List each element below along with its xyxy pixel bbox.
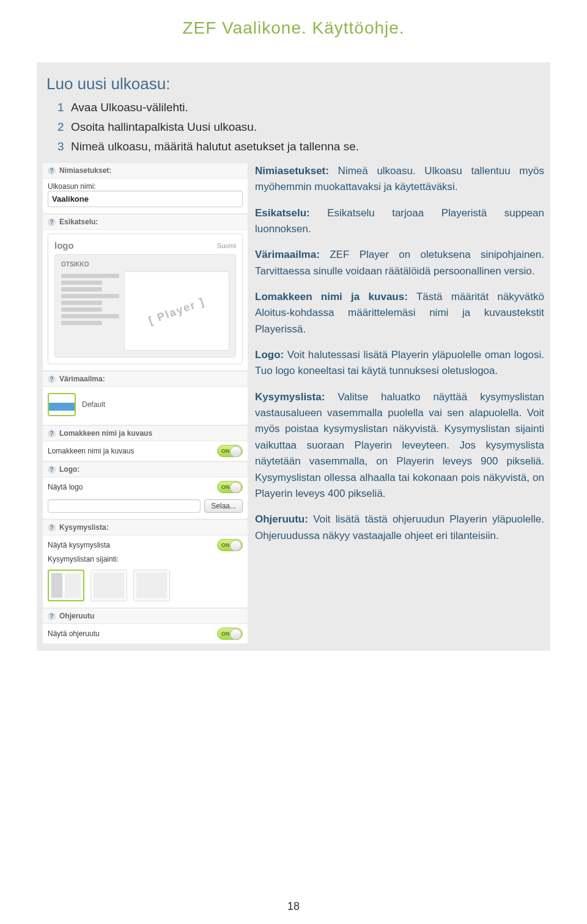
doc-title: ZEF Vaalikone. Käyttöohje.	[37, 18, 550, 38]
panel-kysymyslista: ?Kysymyslista: Näytä kysymyslista ON Kys…	[43, 520, 248, 607]
commentary-column: Nimiasetukset: Nimeä ulkoasu. Ulkoasu ta…	[255, 163, 544, 554]
toggle-logo[interactable]: ON	[217, 481, 243, 493]
step-number: 2	[57, 120, 71, 134]
panel-nimiasetukset: ?Nimiasetukset: Ulkoasun nimi:	[43, 163, 248, 213]
paragraph: Esikatselu: Esikatselu tarjoaa Playerist…	[255, 205, 544, 238]
section-heading: Luo uusi ulkoasu:	[46, 75, 544, 94]
paragraph: Värimaailma: ZEF Player on oletuksena si…	[255, 247, 544, 279]
player-stamp: [ Player ]	[147, 295, 206, 328]
field-label: Ulkoasun nimi:	[48, 182, 243, 191]
step-number: 3	[57, 140, 71, 153]
panel-title: Värimaailma:	[59, 375, 105, 383]
row-label: Näytä ohjeruutu	[48, 629, 100, 638]
preview-lang: Suomi	[217, 242, 236, 249]
row-label: Näytä kysymyslista	[48, 541, 110, 549]
toggle-lomake[interactable]: ON	[217, 445, 243, 457]
panel-esikatselu: ?Esikatselu: logo Suomi OTSIKKO	[43, 215, 248, 370]
toggle-kysymyslista[interactable]: ON	[217, 539, 243, 551]
panel-title: Ohjeruutu	[59, 612, 94, 620]
page-number: 18	[0, 900, 587, 913]
help-icon[interactable]: ?	[48, 466, 56, 474]
swatch-label: Default	[82, 400, 105, 409]
steps-list: 1Avaa Ulkoasu-välilehti. 2Osoita hallint…	[57, 101, 544, 153]
help-icon[interactable]: ?	[48, 218, 56, 226]
panel-ohjeruutu: ?Ohjeruutu Näytä ohjeruutu ON	[43, 609, 248, 644]
preview-player-area: [ Player ]	[124, 271, 229, 351]
panel-logo: ?Logo: Näytä logo ON Selaa...	[43, 462, 248, 519]
step-number: 1	[57, 101, 71, 114]
paragraph: Kysymyslista: Valitse haluatko näyttää k…	[255, 389, 544, 502]
step-text: Osoita hallintapalkista Uusi ulkoasu.	[71, 120, 257, 133]
row-label: Lomakkeen nimi ja kuvaus	[48, 447, 134, 455]
panel-title: Kysymyslista:	[59, 523, 109, 532]
color-swatch-default[interactable]	[48, 393, 76, 416]
step-item: 2Osoita hallintapalkista Uusi ulkoasu.	[57, 120, 544, 134]
help-icon[interactable]: ?	[48, 524, 56, 532]
panel-title: Lomakkeen nimi ja kuvaus	[59, 429, 152, 438]
row-label: Näytä logo	[48, 483, 83, 491]
ulkoasu-name-input[interactable]	[48, 191, 243, 207]
toggle-ohjeruutu[interactable]: ON	[217, 628, 243, 640]
step-item: 1Avaa Ulkoasu-välilehti.	[57, 101, 544, 114]
logo-file-input[interactable]	[48, 499, 201, 513]
preview-box: logo Suomi OTSIKKO	[48, 233, 243, 364]
preview-heading: OTSIKKO	[61, 261, 229, 268]
ui-screenshot-column: ?Nimiasetukset: Ulkoasun nimi: ?Esikatse…	[43, 163, 248, 645]
panel-varimaailma: ?Värimaailma: Default	[43, 372, 248, 425]
position-label: Kysymyslistan sijainti:	[43, 555, 248, 566]
paragraph: Nimiasetukset: Nimeä ulkoasu. Ulkoasu ta…	[255, 163, 544, 196]
paragraph: Lomakkeen nimi ja kuvaus: Tästä määrität…	[255, 289, 544, 337]
layout-option-bottom[interactable]	[90, 570, 127, 601]
step-text: Nimeä ulkoasu, määritä halutut asetukset…	[71, 140, 359, 153]
layout-option-left[interactable]	[48, 570, 84, 601]
panel-lomake: ?Lomakkeen nimi ja kuvaus Lomakkeen nimi…	[43, 426, 248, 461]
help-icon[interactable]: ?	[48, 375, 56, 383]
browse-button[interactable]: Selaa...	[204, 499, 243, 513]
step-text: Avaa Ulkoasu-välilehti.	[71, 101, 188, 114]
layout-option-none[interactable]	[133, 570, 170, 601]
panel-title: Esikatselu:	[59, 218, 98, 226]
paragraph: Logo: Voit halutessasi lisätä Playerin y…	[255, 347, 544, 380]
panel-title: Nimiasetukset:	[59, 166, 111, 175]
help-icon[interactable]: ?	[48, 612, 56, 620]
help-icon[interactable]: ?	[48, 430, 56, 438]
preview-logo-label: logo	[54, 240, 74, 251]
step-item: 3Nimeä ulkoasu, määritä halutut asetukse…	[57, 140, 544, 153]
preview-sidebar	[61, 271, 119, 351]
help-icon[interactable]: ?	[48, 167, 56, 175]
panel-title: Logo:	[59, 465, 79, 474]
paragraph: Ohjeruutu: Voit lisätä tästä ohjeruudun …	[255, 512, 544, 544]
content-area: Luo uusi ulkoasu: 1Avaa Ulkoasu-välileht…	[37, 62, 550, 651]
